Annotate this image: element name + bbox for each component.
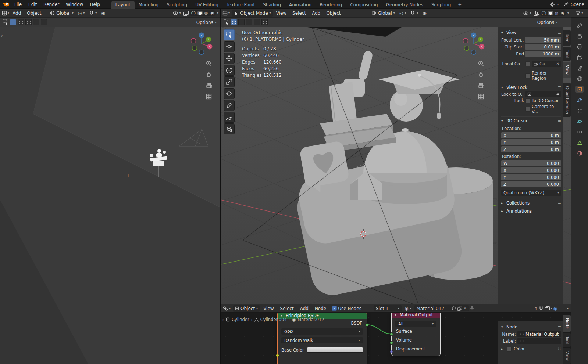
node-tab-view[interactable]: View [563,348,571,364]
measure-tool[interactable] [224,112,235,123]
transform-orientation-dropdown[interactable]: Global ▾ [370,10,396,17]
cursor-rotation-z-field[interactable]: Z0.000 [501,181,561,187]
object-properties-tab[interactable] [575,86,584,93]
shading-rendered-button[interactable]: ◉ [560,11,566,15]
distribution-dropdown[interactable]: GGX ▾ [281,328,363,335]
extensions-icon[interactable] [550,2,555,7]
show-overlays-dropdown[interactable]: ▾ [521,11,533,16]
view-layer-properties-tab[interactable] [575,54,584,61]
world-properties-tab[interactable] [575,75,584,82]
tab-animation[interactable]: Animation [285,1,316,9]
select-mode-extend-button[interactable] [238,19,245,25]
menu-add[interactable]: Add [10,9,24,18]
add-workspace-button[interactable]: + [455,1,464,9]
panel-menu-icon[interactable]: ≡ [558,30,561,35]
node-name-field[interactable]: Material Output [517,331,561,337]
tab-uv-editing[interactable]: UV Editing [191,1,222,9]
rotation-mode-dropdown[interactable]: Quaternion (WXYZ) ▾ [501,190,561,196]
menu-help[interactable]: Help [86,0,103,9]
select-mode-invert-button[interactable] [254,19,260,25]
push-to-stack-icon[interactable]: ↥ [534,306,538,311]
material-properties-tab[interactable] [575,150,584,156]
mode-dropdown[interactable]: Object Mode ▾ [232,10,273,17]
annotate-tool[interactable] [224,100,235,111]
duplicate-material-icon[interactable] [457,306,462,310]
select-mode-intersect-button[interactable] [261,19,268,25]
material-slot-dropdown[interactable]: Slot 1 ▾ [374,305,402,311]
tool-properties-tab[interactable] [575,22,584,29]
snapping-dropdown[interactable]: ▾ [409,10,420,16]
breadcrumb-material[interactable]: Material.012 [297,317,324,322]
clear-icon[interactable]: ✕ [556,62,559,66]
panel-menu-icon[interactable]: ≡ [558,209,561,213]
breadcrumb-mesh[interactable]: Cylinder.004 [260,317,287,322]
pin-icon[interactable] [470,306,474,311]
select-mode-intersect-button[interactable] [41,19,47,25]
move-view-hand-icon[interactable] [206,71,212,79]
eyedropper-icon[interactable] [555,92,559,96]
sidebar-tab-tool[interactable]: Tool [563,47,571,61]
drag-handle-icon[interactable]: ∷ [558,346,561,352]
viewport-canvas[interactable]: User Orthographic (0) 1. PLATFORMS | Cyl… [221,27,571,304]
shader-type-dropdown[interactable]: Object ▾ [233,305,260,312]
panel-menu-icon[interactable]: ≡ [558,118,561,123]
focal-length-field[interactable]: 50 mm [525,37,561,43]
particle-properties-tab[interactable] [575,107,584,114]
collections-section-header[interactable]: ▸ Collections ≡ [501,199,561,207]
menu-view[interactable]: View [274,9,289,18]
tab-geometry-nodes[interactable]: Geometry Nodes [382,1,427,9]
output-properties-tab[interactable] [575,43,584,50]
render-properties-tab[interactable] [575,33,584,39]
shading-solid-button[interactable]: ● [197,11,203,15]
camera-to-view-checkbox[interactable] [525,107,530,112]
material-name-field[interactable]: Material.012 ✕ [414,305,469,311]
snapping-dropdown[interactable]: ▾ [87,10,99,16]
constraint-properties-tab[interactable] [575,129,584,135]
use-nodes-checkbox[interactable]: ✓ [332,306,337,311]
scale-tool[interactable] [224,76,235,87]
tool-options-dropdown[interactable]: Options ▾ [196,20,217,25]
shading-wireframe-button[interactable]: ◯ [541,11,547,15]
shading-wireframe-button[interactable]: ◯ [190,11,197,15]
cursor-location-y-field[interactable]: Y0 m [501,139,561,145]
volume-input-socket[interactable] [390,341,393,345]
menu-object[interactable]: Object [324,9,343,18]
cursor-location-z-field[interactable]: Z0 m [501,146,561,152]
tab-rendering[interactable]: Rendering [316,1,346,9]
shading-rendered-button[interactable]: ◉ [209,11,215,15]
filter-funnel-icon[interactable] [576,11,580,15]
breadcrumb-expand-icon[interactable]: › [222,318,224,322]
transform-pivot-dropdown[interactable]: ◎▾ [398,10,408,16]
cursor-rotation-x-field[interactable]: X0.000 [501,167,561,173]
shading-material-button[interactable]: ◍ [554,11,560,15]
transform-tool[interactable] [224,88,235,99]
snapping-icon[interactable] [539,306,544,311]
menu-file[interactable]: File [11,0,25,9]
lock-to-object-field[interactable] [525,91,561,97]
node-section-header[interactable]: ▾ Node ≡ [501,323,561,331]
clip-end-field[interactable]: 1000 m [525,51,561,57]
3d-cursor-section-header[interactable]: ▾ 3D Cursor ≡ [501,116,561,125]
scene-properties-tab[interactable] [575,65,584,71]
select-mode-subtract-button[interactable] [25,19,32,25]
node-tab-node[interactable]: Node [563,315,571,332]
panel-menu-icon[interactable]: ≡ [558,85,561,90]
local-camera-field[interactable]: Ca... ✕ [532,61,561,67]
clip-start-field[interactable]: 0.01 m [525,44,561,50]
toggle-grid-icon[interactable] [478,93,484,101]
surface-input-socket[interactable] [390,332,393,336]
shading-material-button[interactable]: ◍ [203,11,209,15]
cursor-rotation-y-field[interactable]: Y0.000 [501,174,561,180]
cursor-rotation-w-field[interactable]: W0.000 [501,160,561,166]
menu-object[interactable]: Object [24,9,44,18]
menu-view[interactable]: View [261,304,276,313]
select-mode-extend-button[interactable] [18,19,24,25]
subsurface-method-dropdown[interactable]: Random Walk ▾ [281,337,363,343]
output-target-dropdown[interactable]: All ▾ [395,321,436,327]
zoom-icon[interactable] [478,60,484,68]
node-header[interactable]: ▾ Material Output [392,313,440,318]
node-editor-canvas[interactable]: › Cylinder › Cylinder.004 › ◉ Material.0… [221,313,571,364]
bsdf-output-socket[interactable] [365,323,368,327]
left-viewport-canvas[interactable]: › L Z Y X [0,27,220,364]
breadcrumb-object[interactable]: Cylinder [232,317,249,322]
